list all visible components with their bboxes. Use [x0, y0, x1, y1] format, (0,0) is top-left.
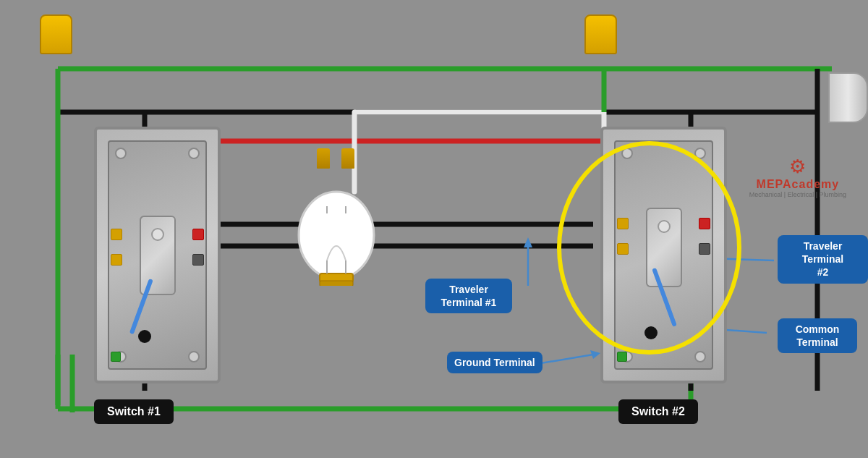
svg-point-31	[299, 192, 374, 279]
main-diagram: ⚙ MEPAcademy Mechanical | Electrical | P…	[0, 0, 868, 458]
mep-sub-text: Mechanical | Electrical | Plumbing	[749, 191, 846, 200]
svg-marker-26	[590, 350, 600, 359]
switch1-box	[94, 127, 221, 383]
traveler-terminal-2-label: Traveler Terminal#2	[778, 235, 868, 284]
connector-cap-middle	[584, 14, 617, 54]
connector-cap-left	[40, 14, 72, 54]
svg-rect-33	[320, 281, 353, 286]
traveler-terminal-1-label: TravelerTerminal #1	[425, 279, 512, 313]
ground-terminal-label: Ground Terminal	[447, 352, 542, 373]
svg-marker-24	[524, 237, 532, 247]
mep-logo: ⚙ MEPAcademy Mechanical | Electrical | P…	[749, 156, 846, 200]
switch2-label: Switch #2	[618, 399, 698, 424]
highlight-circle	[557, 141, 741, 355]
common-terminal-label: CommonTerminal	[778, 318, 857, 353]
switch1-label: Switch #1	[94, 399, 174, 424]
mep-brand-text: MEPAcademy	[749, 178, 846, 191]
light-bulb	[289, 166, 383, 286]
conduit	[828, 72, 868, 123]
